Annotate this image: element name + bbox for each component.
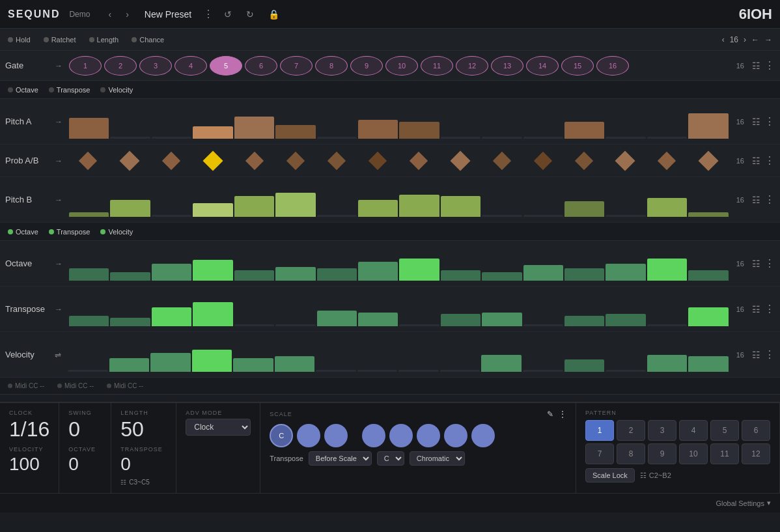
note-6[interactable] [417, 424, 440, 447]
prob-step-14[interactable] [615, 150, 635, 171]
note-root[interactable]: C [270, 424, 293, 447]
pitch-a-bar-1[interactable] [69, 118, 109, 138]
next-button[interactable]: › [122, 8, 133, 21]
scale-edit-icon[interactable]: ✎ [547, 410, 553, 419]
pattern-btn-7[interactable]: 7 [585, 443, 614, 464]
pitch-b-bar-3[interactable] [152, 215, 191, 217]
tr-bar-11[interactable] [482, 313, 522, 326]
gate-step-1[interactable]: 1 [69, 56, 102, 76]
pitch-b-grid-icon[interactable]: ☷ [752, 195, 760, 205]
pattern-btn-9[interactable]: 9 [648, 443, 676, 464]
modifier-hold[interactable]: Hold [8, 36, 31, 44]
gate-step-4[interactable]: 4 [174, 56, 207, 76]
oct-bar-3[interactable] [152, 264, 191, 281]
note-5[interactable] [389, 424, 413, 447]
gate-step-10[interactable]: 10 [385, 56, 418, 76]
pitch-b-bar-11[interactable] [482, 215, 522, 217]
vel-bar-11[interactable] [481, 355, 522, 372]
transpose-more-button[interactable]: ⋮ [764, 303, 775, 315]
vel-bar-8[interactable] [357, 370, 398, 372]
scroll-left[interactable]: ← [751, 35, 759, 44]
gate-step-7[interactable]: 7 [280, 56, 313, 76]
pitch-b-bar-2[interactable] [110, 200, 150, 217]
midi-cc-1[interactable]: Midi CC -- [8, 382, 44, 389]
tr-bar-15[interactable] [647, 324, 687, 326]
oct-bar-1[interactable] [69, 268, 109, 280]
clock-value[interactable]: 1/16 [9, 419, 49, 440]
oct-bar-2[interactable] [110, 272, 150, 281]
page-nav-right[interactable]: › [744, 35, 746, 44]
pattern-btn-2[interactable]: 2 [617, 420, 645, 441]
oct-bar-10[interactable] [441, 270, 481, 281]
vel-bar-13[interactable] [564, 359, 605, 371]
oct-bar-16[interactable] [688, 270, 728, 281]
tr-bar-7[interactable] [317, 311, 357, 326]
pattern-btn-6[interactable]: 6 [742, 420, 770, 441]
tr-bar-14[interactable] [606, 314, 645, 326]
tr-bar-13[interactable] [564, 316, 604, 326]
tr-bar-9[interactable] [399, 324, 439, 326]
transpose-bars[interactable] [69, 291, 729, 328]
velocity-ctrl-value[interactable]: 100 [9, 455, 49, 473]
pitch-a-bar-9[interactable] [399, 122, 439, 139]
pattern-btn-10[interactable]: 10 [679, 443, 708, 464]
gate-step-12[interactable]: 12 [456, 56, 488, 76]
oct-bar-14[interactable] [606, 264, 645, 281]
pitch-a-bar-2[interactable] [110, 137, 150, 139]
pitch-b-bar-13[interactable] [564, 201, 604, 216]
pitch-a-bar-13[interactable] [564, 122, 604, 139]
gate-step-3[interactable]: 3 [139, 56, 172, 76]
pitch-b-bar-15[interactable] [647, 198, 687, 217]
vel-bar-4[interactable] [192, 350, 232, 372]
prob-step-1[interactable] [79, 151, 97, 169]
prob-step-9[interactable] [410, 151, 428, 169]
gate-step-5[interactable]: 5 [210, 56, 242, 76]
length-value[interactable]: 50 [120, 419, 167, 440]
global-settings-button[interactable]: Global Settings ▾ [716, 499, 771, 507]
pitch-b-more-button[interactable]: ⋮ [764, 193, 775, 206]
tr-bar-1[interactable] [69, 316, 109, 326]
octave-grid-icon[interactable]: ☷ [752, 259, 760, 269]
tr-bar-16[interactable] [688, 307, 728, 326]
pattern-btn-4[interactable]: 4 [679, 420, 708, 441]
tr-bar-12[interactable] [523, 324, 563, 326]
adv-mode-select[interactable]: Clock Step Random [186, 419, 251, 436]
key-select[interactable]: C D E [377, 451, 404, 466]
oct-bar-7[interactable] [317, 268, 357, 280]
vel-bar-12[interactable] [523, 370, 563, 372]
pitch-b-bar-12[interactable] [523, 215, 563, 217]
pattern-btn-5[interactable]: 5 [710, 420, 739, 441]
vel-bar-14[interactable] [606, 370, 646, 372]
pitch-a-bar-8[interactable] [358, 120, 398, 139]
pitch-a-bar-5[interactable] [234, 117, 274, 139]
gate-grid-icon[interactable]: ☷ [752, 61, 760, 71]
vel-bar-2[interactable] [109, 358, 150, 372]
prob-step-3[interactable] [162, 151, 180, 169]
prob-step-7[interactable] [327, 151, 346, 169]
page-nav-left[interactable]: ‹ [722, 35, 725, 44]
vel-bar-5[interactable] [233, 358, 273, 372]
prob-step-2[interactable] [120, 150, 140, 171]
pitch-b-bar-8[interactable] [358, 200, 398, 217]
pattern-btn-1[interactable]: 1 [585, 420, 614, 441]
vel-bar-1[interactable] [68, 370, 108, 372]
prob-step-16[interactable] [699, 150, 719, 171]
oct-bar-13[interactable] [564, 268, 604, 280]
tr-bar-5[interactable] [234, 324, 274, 326]
octave-ctrl-value[interactable]: 0 [68, 455, 102, 473]
tr-bar-10[interactable] [441, 314, 481, 326]
pitch-b-bars[interactable] [69, 182, 729, 218]
pitch-a-bar-10[interactable] [441, 137, 481, 139]
gate-step-11[interactable]: 11 [421, 56, 453, 76]
vel-bar-9[interactable] [398, 370, 439, 372]
oct-bar-5[interactable] [234, 270, 274, 281]
gate-step-15[interactable]: 15 [561, 56, 594, 76]
scale-menu-icon[interactable]: ⋮ [559, 410, 566, 419]
modifier-ratchet[interactable]: Ratchet [44, 36, 76, 44]
oct-bar-11[interactable] [482, 272, 522, 281]
pitch-b-bar-1[interactable] [69, 212, 109, 216]
pitch-a-bar-3[interactable] [152, 137, 191, 139]
pattern-btn-11[interactable]: 11 [710, 443, 739, 464]
undo-button[interactable]: ↺ [220, 8, 236, 21]
gate-step-13[interactable]: 13 [491, 56, 523, 76]
